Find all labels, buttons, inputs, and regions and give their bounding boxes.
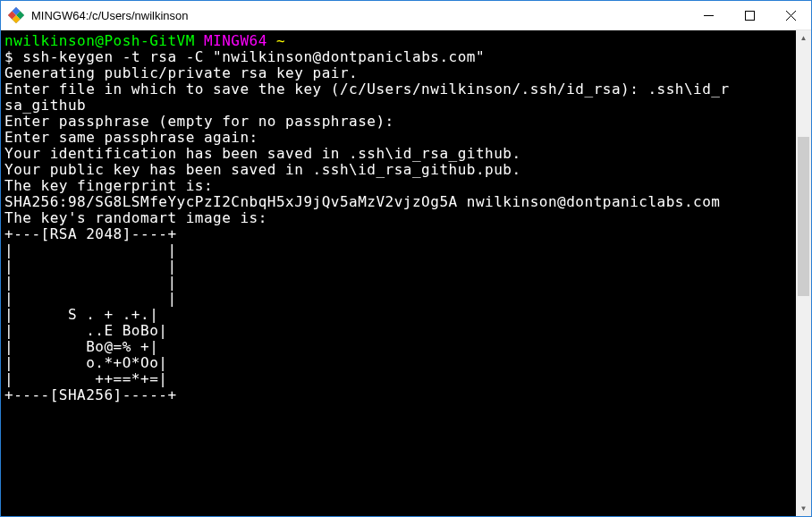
prompt-symbol: $ xyxy=(4,48,13,65)
output-line: SHA256:98/SG8LSMfeYycPzI2CnbqH5xJ9jQv5aM… xyxy=(4,193,721,210)
minimize-button[interactable] xyxy=(688,1,729,30)
randomart-line: +---[RSA 2048]----+ xyxy=(4,225,177,242)
scroll-thumb[interactable] xyxy=(798,137,809,296)
close-button[interactable] xyxy=(770,1,811,30)
output-line: The key fingerprint is: xyxy=(4,177,213,194)
output-line: The key's randomart image is: xyxy=(4,209,267,226)
scroll-down-button[interactable]: ▼ xyxy=(796,501,811,516)
prompt-path: ~ xyxy=(276,32,285,49)
randomart-line: | | xyxy=(4,274,177,291)
randomart-line: | o.*+O*Oo| xyxy=(4,354,167,371)
randomart-line: | | xyxy=(4,242,177,258)
window-title: MINGW64:/c/Users/nwilkinson xyxy=(31,9,688,22)
terminal[interactable]: nwilkinson@Posh-GitVM MINGW64 ~ $ ssh-ke… xyxy=(1,30,796,516)
output-line: Enter same passphrase again: xyxy=(4,129,258,146)
prompt-user-host: nwilkinson@Posh-GitVM xyxy=(4,32,195,49)
randomart-line: | | xyxy=(4,258,177,275)
vertical-scrollbar: ▲ ▼ xyxy=(796,30,811,516)
output-line: Your identification has been saved in .s… xyxy=(4,145,521,162)
output-line: Enter file in which to save the key (/c/… xyxy=(4,81,730,97)
randomart-line: | Bo@=% +| xyxy=(4,338,158,355)
command-text: ssh-keygen -t rsa -C "nwilkinson@dontpan… xyxy=(22,48,485,65)
randomart-line: | ..E BoBo| xyxy=(4,322,167,339)
randomart-line: +----[SHA256]-----+ xyxy=(4,386,177,403)
output-line: Generating public/private rsa key pair. xyxy=(4,64,358,81)
randomart-line: | ++==*+=| xyxy=(4,370,167,387)
window-controls xyxy=(688,1,811,30)
maximize-button[interactable] xyxy=(729,1,770,30)
terminal-container: nwilkinson@Posh-GitVM MINGW64 ~ $ ssh-ke… xyxy=(1,30,811,516)
scroll-up-button[interactable]: ▲ xyxy=(796,30,811,46)
output-line: Enter passphrase (empty for no passphras… xyxy=(4,113,394,130)
svg-rect-6 xyxy=(745,11,754,20)
window-titlebar: MINGW64:/c/Users/nwilkinson xyxy=(1,1,811,30)
app-icon xyxy=(8,7,24,23)
randomart-line: | | xyxy=(4,290,177,307)
scroll-track[interactable] xyxy=(796,46,811,501)
output-line: sa_github xyxy=(4,97,86,114)
randomart-line: | S . + .+.| xyxy=(4,306,158,323)
output-line: Your public key has been saved in .ssh\i… xyxy=(4,161,521,178)
prompt-env: MINGW64 xyxy=(204,32,267,49)
